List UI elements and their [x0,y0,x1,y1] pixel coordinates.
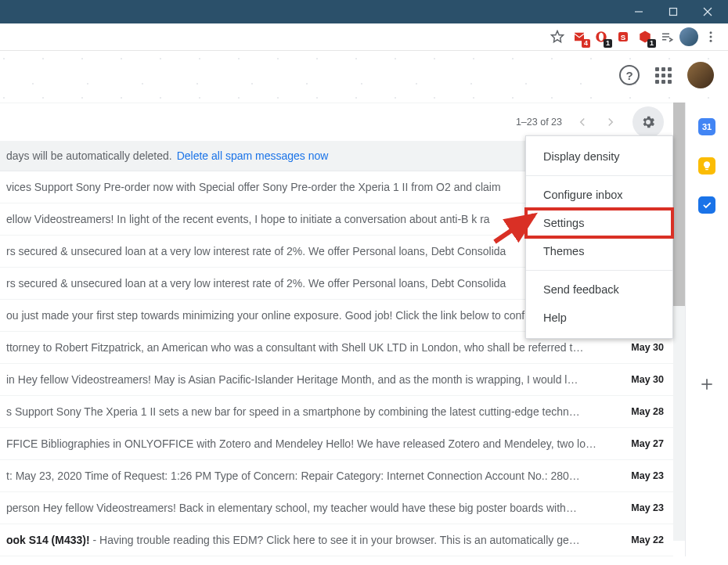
opera-ext-badge: 1 [604,39,612,48]
todoist-ext-badge: 1 [647,39,656,48]
settings-gear-button[interactable] [632,106,664,138]
avatar [679,27,698,46]
menu-settings[interactable]: Settings [526,209,672,237]
google-apps-icon[interactable] [655,67,672,84]
mail-date: May 23 [631,470,667,481]
menu-divider [526,175,672,176]
profile-avatar-icon[interactable] [678,26,700,48]
menu-divider [526,270,672,271]
browser-toolbar: 4 1 S 1 [0,23,728,51]
spam-banner-text: days will be automatically deleted. [6,149,172,162]
menu-configure-inbox[interactable]: Configure inbox [526,181,672,209]
settings-menu: Display density Configure inbox Settings… [525,135,673,339]
mail-row[interactable]: s Support Sony The Xperia 1 II sets a ne… [0,396,673,428]
mail-scrollbar[interactable] [673,103,686,541]
gmail-header: ? [0,51,728,103]
svg-rect-1 [670,9,677,16]
svg-text:S: S [621,33,626,41]
newer-page-button[interactable] [568,108,596,136]
gmail-ext-icon[interactable]: 4 [568,26,590,48]
side-panel: 31 [685,103,728,556]
window-minimize-button[interactable] [622,0,656,23]
mail-date: May 27 [631,438,667,449]
svg-marker-4 [552,31,564,42]
mail-subject: t: May 23, 2020 Time of Request: 1:26 PM… [6,470,625,482]
mail-date: May 23 [631,502,667,513]
svg-point-13 [710,36,712,38]
mail-row[interactable]: person Hey fellow Videostreamers! Back i… [0,492,673,524]
mail-row[interactable]: in Hey fellow Videostreamers! May is Asi… [0,364,673,396]
todoist-ext-icon[interactable]: 1 [634,26,656,48]
mail-subject: person Hey fellow Videostreamers! Back i… [6,502,625,514]
account-avatar[interactable] [687,62,714,88]
gmail-ext-badge: 4 [582,39,590,48]
mail-subject: ook S14 (M433)! - Having trouble reading… [6,534,625,546]
mail-subject: FFICE Bibliographies in ONLYOFFICE with … [6,437,625,450]
older-page-button[interactable] [596,108,625,136]
mail-row[interactable]: FFICE Bibliographies in ONLYOFFICE with … [0,428,673,460]
window-maximize-button[interactable] [656,0,690,23]
svg-point-12 [710,31,712,34]
playlist-ext-icon[interactable] [656,26,678,48]
delete-spam-link[interactable]: Delete all spam messages now [177,149,329,162]
mail-date: May 28 [631,406,667,417]
add-addon-button[interactable] [691,369,723,400]
mail-date: May 30 [631,374,667,385]
menu-send-feedback[interactable]: Send feedback [526,275,672,304]
browser-menu-icon[interactable] [700,26,722,48]
mail-date: May 30 [631,342,667,353]
mail-subject: ttorney to Robert Fitzpatrick, an Americ… [6,341,625,354]
skype-ext-icon[interactable]: S [612,26,634,48]
mail-row[interactable]: ook S14 (M433)! - Having trouble reading… [0,524,673,556]
bookmark-star-icon[interactable] [546,26,568,48]
mail-date: May 22 [631,534,667,545]
tasks-addon-icon[interactable] [698,196,715,214]
mail-subject: s Support Sony The Xperia 1 II sets a ne… [6,405,625,418]
window-titlebar [0,0,728,23]
svg-point-14 [710,40,712,42]
mail-row[interactable]: t: May 23, 2020 Time of Request: 1:26 PM… [0,460,673,492]
menu-help[interactable]: Help [526,304,672,332]
page-count: 1–23 of 23 [516,117,562,128]
opera-ext-icon[interactable]: 1 [590,26,612,48]
scroll-thumb[interactable] [673,103,686,306]
menu-themes[interactable]: Themes [526,237,672,265]
calendar-addon-icon[interactable]: 31 [698,118,715,135]
keep-addon-icon[interactable] [698,157,715,175]
menu-display-density[interactable]: Display density [526,142,672,171]
window-close-button[interactable] [690,0,725,23]
support-icon[interactable]: ? [619,65,640,85]
mail-subject: in Hey fellow Videostreamers! May is Asi… [6,373,625,386]
